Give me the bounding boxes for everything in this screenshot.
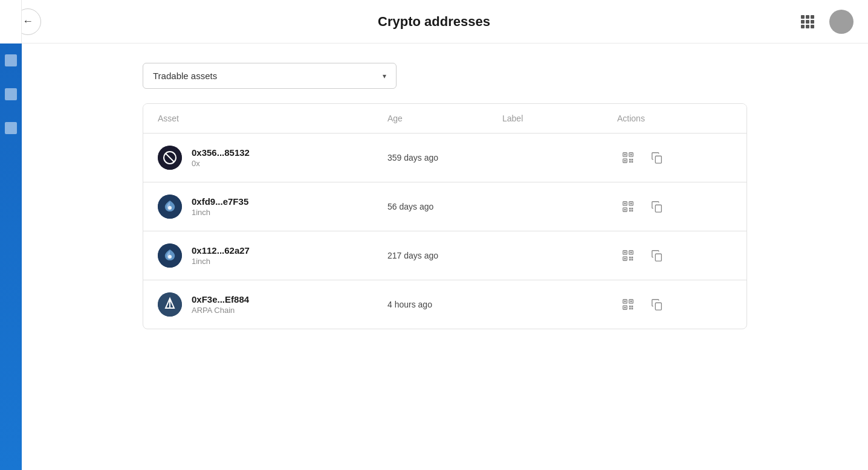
svg-rect-20 xyxy=(630,203,632,205)
sidebar-nav-1[interactable] xyxy=(0,43,22,77)
sidebar-top xyxy=(0,0,22,43)
col-age: Age xyxy=(387,114,502,123)
asset-chain-3: 1inch xyxy=(192,257,250,266)
svg-rect-10 xyxy=(632,159,633,161)
addresses-table: Asset Age Label Actions 0x356...85132 0x xyxy=(143,103,747,329)
sidebar-nav-2[interactable] xyxy=(0,77,22,111)
copy-button-1[interactable] xyxy=(646,147,668,169)
actions-cell-3 xyxy=(617,245,732,266)
svg-rect-12 xyxy=(632,161,633,163)
svg-rect-39 xyxy=(655,254,661,261)
table-header: Asset Age Label Actions xyxy=(143,104,747,134)
svg-rect-35 xyxy=(629,257,631,259)
svg-rect-26 xyxy=(655,205,661,212)
tradable-assets-dropdown[interactable]: Tradable assets ▾ xyxy=(143,63,397,89)
table-row: 0x112...62a27 1inch 217 days ago xyxy=(143,231,747,280)
asset-icon-2 xyxy=(158,195,182,219)
svg-rect-34 xyxy=(624,258,626,260)
svg-rect-36 xyxy=(632,257,633,259)
svg-rect-7 xyxy=(630,154,632,156)
asset-info-3: 0x112...62a27 1inch xyxy=(192,245,250,266)
svg-rect-53 xyxy=(655,303,661,310)
header-center: Crypto addresses xyxy=(378,14,490,30)
sidebar xyxy=(0,0,22,470)
asset-cell-1: 0x356...85132 0x xyxy=(158,146,387,170)
svg-rect-13 xyxy=(655,156,661,163)
actions-cell-1 xyxy=(617,147,732,169)
qr-button-3[interactable] xyxy=(617,245,639,266)
dropdown-label: Tradable assets xyxy=(153,71,217,81)
asset-address-2: 0xfd9...e7F35 xyxy=(192,196,248,207)
asset-address-3: 0x112...62a27 xyxy=(192,245,250,256)
svg-rect-48 xyxy=(624,307,626,309)
actions-cell-4 xyxy=(617,294,732,315)
svg-rect-47 xyxy=(630,301,632,303)
svg-rect-9 xyxy=(629,159,631,161)
asset-cell-4: 0xF3e...Ef884 ARPA Chain xyxy=(158,292,387,317)
age-cell-3: 217 days ago xyxy=(387,251,502,260)
svg-rect-8 xyxy=(624,160,626,162)
qr-button-4[interactable] xyxy=(617,294,639,315)
actions-cell-2 xyxy=(617,196,732,217)
header: ← Crypto addresses xyxy=(0,0,868,43)
dropdown-wrapper: Tradable assets ▾ xyxy=(143,63,747,89)
sidebar-nav-3[interactable] xyxy=(0,111,22,145)
asset-info-1: 0x356...85132 0x xyxy=(192,147,250,168)
svg-rect-19 xyxy=(624,203,626,205)
svg-rect-50 xyxy=(632,306,633,307)
col-actions: Actions xyxy=(617,114,732,123)
asset-info-2: 0xfd9...e7F35 1inch xyxy=(192,196,248,217)
svg-rect-24 xyxy=(629,210,631,212)
nav-icon-3 xyxy=(5,122,17,134)
svg-rect-23 xyxy=(632,208,633,210)
svg-rect-46 xyxy=(624,301,626,303)
svg-rect-11 xyxy=(629,161,631,163)
asset-address-4: 0xF3e...Ef884 xyxy=(192,294,249,304)
nav-icon-2 xyxy=(5,88,17,100)
svg-rect-21 xyxy=(624,209,626,211)
table-row: 0xF3e...Ef884 ARPA Chain 4 hours ago xyxy=(143,280,747,329)
svg-rect-32 xyxy=(624,252,626,254)
copy-button-3[interactable] xyxy=(646,245,668,266)
svg-rect-6 xyxy=(624,154,626,156)
asset-chain-2: 1inch xyxy=(192,208,248,217)
asset-icon-4 xyxy=(158,292,182,317)
svg-rect-22 xyxy=(629,208,631,210)
asset-address-1: 0x356...85132 xyxy=(192,147,250,158)
asset-info-4: 0xF3e...Ef884 ARPA Chain xyxy=(192,294,249,315)
col-asset: Asset xyxy=(158,114,387,123)
asset-chain-4: ARPA Chain xyxy=(192,306,249,315)
svg-rect-37 xyxy=(629,259,631,261)
svg-point-28 xyxy=(168,255,172,259)
asset-icon-3 xyxy=(158,243,182,268)
asset-chain-1: 0x xyxy=(192,159,250,168)
svg-rect-49 xyxy=(629,306,631,307)
dropdown-arrow-icon: ▾ xyxy=(383,72,386,80)
svg-point-15 xyxy=(168,206,172,210)
apps-grid-icon xyxy=(801,15,814,28)
nav-icon-1 xyxy=(5,54,17,66)
qr-button-2[interactable] xyxy=(617,196,639,217)
header-right xyxy=(795,10,853,34)
age-cell-1: 359 days ago xyxy=(387,153,502,163)
apps-button[interactable] xyxy=(795,10,820,34)
asset-cell-3: 0x112...62a27 1inch xyxy=(158,243,387,268)
copy-button-2[interactable] xyxy=(646,196,668,217)
asset-cell-2: 0xfd9...e7F35 1inch xyxy=(158,195,387,219)
svg-rect-51 xyxy=(629,308,631,310)
svg-rect-52 xyxy=(632,308,633,310)
asset-icon-1 xyxy=(158,146,182,170)
svg-rect-38 xyxy=(632,259,633,261)
qr-button-1[interactable] xyxy=(617,147,639,169)
svg-rect-33 xyxy=(630,252,632,254)
table-row: 0x356...85132 0x 359 days ago xyxy=(143,134,747,182)
age-cell-4: 4 hours ago xyxy=(387,300,502,309)
page-title: Crypto addresses xyxy=(378,14,490,30)
copy-button-4[interactable] xyxy=(646,294,668,315)
col-label: Label xyxy=(502,114,617,123)
user-avatar[interactable] xyxy=(829,10,853,34)
svg-rect-25 xyxy=(632,210,633,212)
age-cell-2: 56 days ago xyxy=(387,202,502,211)
table-row: 0xfd9...e7F35 1inch 56 days ago xyxy=(143,182,747,231)
main-content: Tradable assets ▾ Asset Age Label Action… xyxy=(22,43,868,470)
